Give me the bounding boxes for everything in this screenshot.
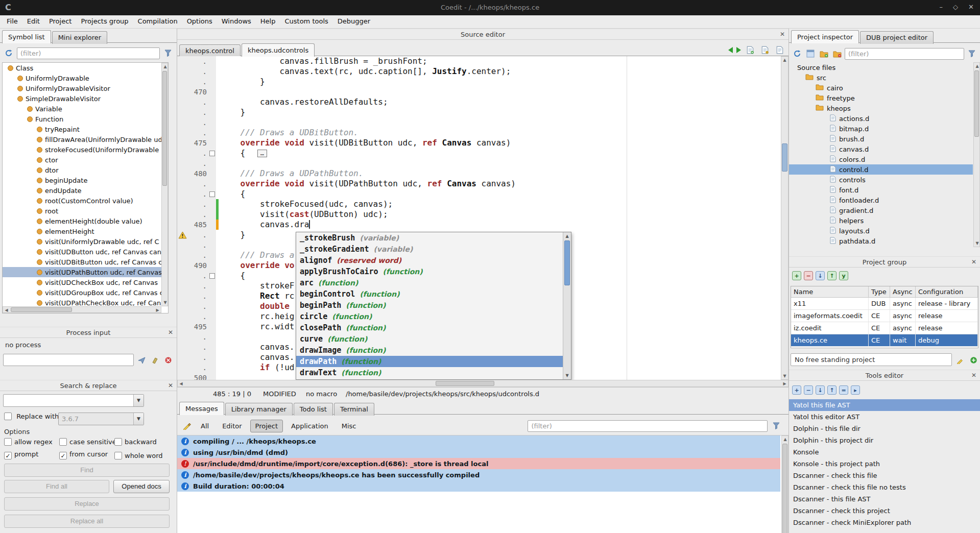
gutter[interactable]: . — [177, 352, 216, 362]
completion-item[interactable]: drawImage (function) — [296, 345, 563, 356]
file-tree-item[interactable]: bitmap.d — [789, 124, 973, 134]
symbol-tree-item[interactable]: visit(UDGroupBox udc, ref Canvas c — [3, 287, 168, 298]
tool-item[interactable]: Dscanner - this file AST — [789, 493, 980, 505]
inspector-tab[interactable]: DUB project editor — [860, 31, 934, 44]
gutter[interactable]: . — [177, 209, 216, 220]
code-line[interactable]: . /// Draws a UDBitButton. — [177, 128, 788, 138]
file-tree-item[interactable]: src — [789, 72, 973, 83]
tools-editor-close-icon[interactable]: ✕ — [971, 372, 976, 379]
remove-project-icon[interactable]: − — [804, 271, 813, 280]
menu-item[interactable]: Debugger — [333, 15, 375, 27]
gutter[interactable]: . — [177, 271, 216, 281]
completion-item[interactable]: beginPath (function) — [296, 300, 563, 311]
symbol-tree-item[interactable]: SimpleDrawableVisitor — [3, 93, 168, 104]
apply-tool-icon[interactable]: ▸ — [851, 385, 860, 395]
nav-back-icon[interactable] — [728, 47, 733, 53]
gutter[interactable]: . — [177, 107, 216, 117]
add-project-icon[interactable]: + — [792, 271, 801, 280]
completion-item[interactable]: _strokeGradient (variable) — [296, 244, 563, 255]
message-filter-button[interactable]: Misc — [337, 420, 362, 432]
menu-item[interactable]: Compilation — [133, 15, 182, 27]
gutter[interactable]: 475 — [177, 138, 216, 148]
gutter[interactable]: . — [177, 117, 216, 128]
gutter[interactable]: . — [177, 342, 216, 352]
gutter[interactable]: . — [177, 291, 216, 301]
symbol-tree-item[interactable]: visit(UniformlyDrawable udc, ref C — [3, 236, 168, 247]
gutter[interactable]: . — [177, 189, 216, 199]
minimize-button[interactable]: – — [940, 3, 943, 11]
gutter[interactable]: . — [177, 77, 216, 87]
file-tree-item[interactable]: control.d — [789, 164, 973, 175]
symbol-tree-item[interactable]: visit(UDPathButton udc, ref Canvas — [3, 267, 168, 277]
remove-tool-icon[interactable]: − — [804, 385, 813, 395]
message-filter-button[interactable]: Project — [250, 420, 283, 432]
file-tree-item[interactable]: kheops — [789, 103, 973, 113]
fold-marker[interactable] — [208, 191, 216, 197]
menu-item[interactable]: Project — [44, 15, 76, 27]
message-filter-button[interactable]: Editor — [217, 420, 247, 432]
maximize-button[interactable]: ◇ — [953, 3, 958, 11]
code-line[interactable]: . strokeFocused(udc, canvas); — [177, 199, 788, 209]
symbol-tree-item[interactable]: fillDrawArea(UniformlyDrawable ud — [3, 134, 168, 144]
menu-item[interactable]: Help — [256, 15, 280, 27]
replace-with-combo[interactable]: 3.6.7 ▼ — [58, 413, 144, 425]
file-tree-item[interactable]: brush.d — [789, 134, 973, 144]
message-row[interactable]: using /usr/bin/dmd (dmd) — [177, 447, 780, 458]
file-tree-item[interactable]: cairo — [789, 83, 973, 93]
free-standing-project[interactable]: No free standing project — [791, 353, 952, 366]
messages-filter-input[interactable] — [528, 420, 768, 432]
project-group-close-icon[interactable]: ✕ — [971, 258, 976, 265]
symbol-tree-item[interactable]: tryRepaint — [3, 124, 168, 134]
detach-document-icon[interactable] — [774, 44, 785, 56]
editor-tab[interactable]: kheops.control — [179, 44, 241, 57]
search-option-backward[interactable]: backward — [114, 438, 170, 446]
file-tree-item[interactable]: actions.d — [789, 113, 973, 124]
messages-tab[interactable]: Todo list — [294, 403, 333, 416]
gutter[interactable]: . — [177, 148, 216, 158]
file-tree-item[interactable]: pathdata.d — [789, 236, 973, 246]
send-to-process-icon[interactable] — [136, 354, 147, 366]
opened-docs-button[interactable]: Opened docs — [113, 480, 170, 493]
symbol-filter-input[interactable] — [17, 47, 160, 59]
symbol-tree-item[interactable]: root — [3, 206, 168, 216]
gutter[interactable]: . — [177, 301, 216, 311]
gutter[interactable]: 485 — [177, 220, 216, 230]
search-option-allow-regex[interactable]: allow regex — [4, 438, 59, 446]
code-line[interactable]: 470 — [177, 87, 788, 97]
code-editor[interactable]: . canvas.fillBrush = _brushFont; — [177, 56, 788, 380]
filter-funnel-icon[interactable] — [966, 48, 977, 59]
code-line[interactable]: . } — [177, 107, 788, 117]
completion-scrollbar[interactable]: ▲ ▼ — [563, 232, 571, 379]
project-row[interactable]: x11 DUB async release - library — [791, 298, 978, 310]
left-tab[interactable]: Symbol list — [2, 30, 51, 43]
message-filter-button[interactable]: All — [196, 420, 214, 432]
add-folder-icon[interactable] — [818, 48, 829, 59]
editor-vscrollbar[interactable]: ▲ ▼ — [781, 56, 788, 380]
project-row[interactable]: iz.coedit CE async release — [791, 322, 978, 334]
close-button[interactable]: ✕ — [968, 3, 974, 11]
code-line[interactable]: . — [177, 117, 788, 128]
file-tree-item[interactable]: Source files — [789, 62, 973, 72]
code-line[interactable]: . override void visit(UDPathButton udc, … — [177, 179, 788, 189]
refresh-icon[interactable] — [3, 47, 14, 59]
chevron-down-icon[interactable]: ▼ — [133, 395, 144, 406]
gutter[interactable]: 470 — [177, 87, 216, 97]
add-tool-icon[interactable]: + — [792, 385, 801, 395]
gutter[interactable]: . — [177, 158, 216, 168]
symbol-tree-vscrollbar[interactable]: ▲ ▼ — [161, 63, 168, 306]
code-line[interactable]: 475 override void visit(UDBitButton udc,… — [177, 138, 788, 148]
symbol-tree-item[interactable]: strokeFocused(UniformlyDrawable — [3, 144, 168, 155]
source-editor-close-icon[interactable]: ✕ — [780, 31, 785, 38]
symbol-tree-item[interactable]: elementHeight — [3, 226, 168, 236]
completion-item[interactable]: drawPath (function) — [296, 356, 563, 367]
nav-forward-icon[interactable] — [736, 47, 741, 53]
completion-item[interactable]: beginControl (function) — [296, 288, 563, 300]
completion-item[interactable]: closePath (function) — [296, 322, 563, 333]
layout-icon[interactable] — [805, 48, 816, 59]
file-tree-item[interactable]: layouts.d — [789, 226, 973, 236]
tool-item[interactable]: Dscanner - check this file — [789, 470, 980, 481]
left-tab[interactable]: Mini explorer — [52, 31, 108, 44]
tool-item[interactable]: Dscanner - check MiniExplorer path — [789, 517, 980, 528]
move-tool-up-icon[interactable]: ↑ — [827, 385, 836, 395]
checkbox[interactable] — [59, 438, 67, 446]
